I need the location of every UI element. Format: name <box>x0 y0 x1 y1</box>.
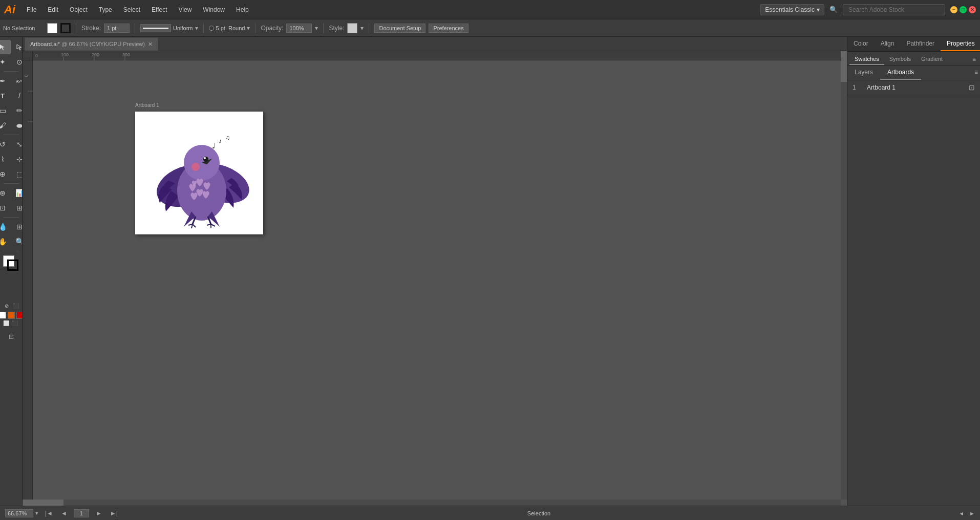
none-icon[interactable]: ⊘ <box>3 302 10 309</box>
menu-edit[interactable]: Edit <box>44 4 62 15</box>
stroke-swatch-container[interactable] <box>60 23 71 33</box>
tab-color[interactable]: Color <box>847 37 875 51</box>
stroke-color-swatch[interactable] <box>60 23 71 33</box>
tab-properties[interactable]: Properties <box>941 37 980 51</box>
opacity-chevron[interactable]: ▾ <box>315 25 318 32</box>
perspective-tool[interactable]: ⬚ <box>11 167 23 181</box>
tab-artboards[interactable]: Artboards <box>880 66 921 80</box>
draw-normal-icon[interactable]: ⬜ <box>3 320 10 328</box>
mesh-tool[interactable]: ⊞ <box>11 220 23 234</box>
page-input[interactable] <box>74 509 89 517</box>
horizontal-scrollbar[interactable] <box>23 500 841 506</box>
orange-swatch[interactable] <box>8 312 15 319</box>
canvas-viewport[interactable]: 0 100 200 300 0 <box>23 51 841 500</box>
next-page-last-button[interactable]: ►| <box>109 510 119 517</box>
preferences-button[interactable]: Preferences <box>429 24 468 33</box>
point-size-container[interactable]: 5 pt. Round ▾ <box>209 25 250 32</box>
lasso-tool[interactable]: ⊙ <box>11 55 23 69</box>
menu-view[interactable]: View <box>175 4 196 15</box>
screen-mode-icon[interactable]: ⊟ <box>3 330 19 343</box>
symbol-sprayer-tool[interactable]: ⊛ <box>0 186 11 200</box>
paintbrush-tool[interactable]: 🖌 <box>0 118 11 133</box>
hand-tool[interactable]: ✋ <box>0 234 11 249</box>
artboard-scroll-left[interactable]: ◄ <box>958 510 964 516</box>
app-logo: Ai <box>4 3 15 16</box>
puppet-warp-tool[interactable]: ⊕ <box>0 167 11 181</box>
white-swatch[interactable] <box>0 312 6 319</box>
vertical-scrollbar[interactable] <box>841 51 847 500</box>
free-transform-tool[interactable]: ⊹ <box>11 152 23 166</box>
zoom-input[interactable] <box>5 509 33 517</box>
document-tab[interactable]: Artboard.ai* @ 66.67% (CMYK/GPU Preview)… <box>25 37 158 51</box>
menu-file[interactable]: File <box>23 4 40 15</box>
sub-tab-symbols[interactable]: Symbols <box>884 54 916 65</box>
zoom-tool[interactable]: 🔍 <box>11 234 23 249</box>
rotate-tool[interactable]: ↺ <box>0 137 11 151</box>
v-scrollbar-thumb[interactable] <box>841 51 847 82</box>
tab-align[interactable]: Align <box>875 37 901 51</box>
menu-window[interactable]: Window <box>199 4 229 15</box>
stroke-style-container[interactable]: Uniform ▾ <box>140 24 198 32</box>
stroke-style-chevron[interactable]: ▾ <box>195 25 198 32</box>
next-page-button[interactable]: ► <box>94 510 103 517</box>
sub-panel-menu-icon[interactable]: ≡ <box>970 54 978 65</box>
column-graph-tool[interactable]: 📊 <box>11 186 23 200</box>
artboard-scroll-right[interactable]: ► <box>969 510 975 516</box>
red-swatch[interactable] <box>16 312 23 319</box>
prev-page-button[interactable]: ◄ <box>59 510 69 517</box>
blob-brush-tool[interactable]: ⬬ <box>11 118 23 133</box>
svg-line-20 <box>193 224 196 227</box>
search-stock-input[interactable] <box>843 4 945 15</box>
fill-color-swatch[interactable] <box>47 23 57 33</box>
screen-mode-button[interactable]: ⊟ <box>3 330 19 343</box>
eyedropper-tool[interactable]: 💧 <box>0 220 11 234</box>
type-tool[interactable]: T <box>0 89 11 103</box>
opacity-input[interactable] <box>286 24 312 33</box>
color-icon[interactable]: ⬛ <box>12 302 19 309</box>
direct-selection-tool[interactable] <box>11 40 23 54</box>
menu-select[interactable]: Select <box>119 4 144 15</box>
scale-tool[interactable]: ⤡ <box>11 137 23 151</box>
menu-help[interactable]: Help <box>232 4 253 15</box>
pencil-tool[interactable]: ✏ <box>11 103 23 118</box>
menu-object[interactable]: Object <box>66 4 92 15</box>
close-button[interactable]: ✕ <box>969 6 976 13</box>
artboard-item-icon[interactable]: ⊡ <box>969 83 975 92</box>
tab-pathfinder[interactable]: Pathfinder <box>900 37 941 51</box>
stroke-swatch-tool[interactable] <box>7 259 18 271</box>
document-setup-button[interactable]: Document Setup <box>374 24 425 33</box>
point-chevron[interactable]: ▾ <box>247 25 250 32</box>
minimize-button[interactable]: − <box>950 6 957 13</box>
artboard-item[interactable]: 1 Artboard 1 ⊡ <box>847 80 980 95</box>
h-scrollbar-thumb[interactable] <box>23 500 63 506</box>
prev-page-first-button[interactable]: |◄ <box>44 510 54 517</box>
line-tool[interactable]: / <box>11 89 23 103</box>
pen-tool[interactable]: ✒ <box>0 74 11 88</box>
warp-tool[interactable]: ⌇ <box>0 152 11 166</box>
style-chevron[interactable]: ▾ <box>360 25 364 32</box>
slice-tool[interactable]: ⊞ <box>11 201 23 215</box>
sub-tab-swatches[interactable]: Swatches <box>849 54 884 65</box>
selection-tool[interactable] <box>0 40 11 54</box>
canvas-area: Artboard.ai* @ 66.67% (CMYK/GPU Preview)… <box>23 37 847 506</box>
rect-tool[interactable]: ▭ <box>0 103 11 118</box>
curvature-tool[interactable]: ↜ <box>11 74 23 88</box>
zoom-chevron[interactable]: ▾ <box>35 510 38 516</box>
svg-text:100: 100 <box>61 52 69 57</box>
workspace-selector[interactable]: Essentials Classic ▾ <box>760 4 824 15</box>
layer-panel-menu-icon[interactable]: ≡ <box>972 66 980 80</box>
maximize-button[interactable]: □ <box>960 6 967 13</box>
style-swatch[interactable] <box>347 23 357 33</box>
menu-type[interactable]: Type <box>95 4 116 15</box>
type-group: T / <box>0 89 23 103</box>
stroke-value-input[interactable] <box>104 24 130 33</box>
close-tab-button[interactable]: ✕ <box>148 41 153 48</box>
sub-tab-gradient[interactable]: Gradient <box>916 54 948 65</box>
draw-behind-icon[interactable]: ⬛ <box>12 320 19 328</box>
stroke-label: Stroke: <box>81 25 101 32</box>
artboard-tool[interactable]: ⊡ <box>0 201 11 215</box>
tab-layers[interactable]: Layers <box>847 66 880 80</box>
magic-wand-tool[interactable]: ✦ <box>0 55 11 69</box>
menu-effect[interactable]: Effect <box>147 4 171 15</box>
tool-divider-3 <box>4 183 19 184</box>
